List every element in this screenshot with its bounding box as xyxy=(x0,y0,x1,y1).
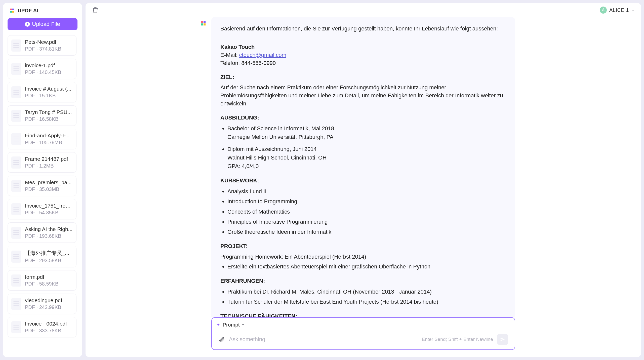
file-name: Taryn Tong # PSU... xyxy=(25,109,72,115)
file-icon xyxy=(11,39,21,52)
file-item[interactable]: Taryn Tong # PSU...PDF · 16.58KB xyxy=(8,105,76,126)
list-item: Große theoretische Ideen in der Informat… xyxy=(227,228,506,236)
tech-heading: TECHNISCHE FÄHIGKEITEN: xyxy=(220,312,506,317)
file-name: Pets-New.pdf xyxy=(25,39,61,45)
kurse-heading: KURSEWORK: xyxy=(220,177,506,185)
file-meta: PDF · 193.68KB xyxy=(25,233,72,239)
file-meta: PDF · 58.59KB xyxy=(25,281,58,287)
file-icon xyxy=(11,321,21,333)
file-icon xyxy=(11,180,21,192)
file-name: Find-and-Apply-F... xyxy=(25,133,69,139)
chevron-down-icon: ⌄ xyxy=(631,8,634,12)
attach-icon[interactable] xyxy=(218,336,225,343)
file-item[interactable]: viededingue.pdfPDF · 242.99KB xyxy=(8,294,76,314)
file-item[interactable]: Pets-New.pdfPDF · 374.81KB xyxy=(8,35,76,56)
trash-icon[interactable] xyxy=(92,7,99,13)
upload-label: Upload File xyxy=(32,21,60,27)
file-name: Invoice # August (... xyxy=(25,86,71,92)
file-name: 【海外推广专员_... xyxy=(25,250,69,257)
send-icon xyxy=(500,337,505,342)
file-item[interactable]: Find-and-Apply-F...PDF · 105.79MB xyxy=(8,129,76,149)
user-menu[interactable]: A ALICE 1 ⌄ xyxy=(600,7,634,14)
file-icon xyxy=(11,63,21,75)
file-item[interactable]: invoice-1.pdfPDF · 140.45KB xyxy=(8,59,76,79)
prompt-label: Prompt xyxy=(223,322,240,328)
file-item[interactable]: Invoice - 0024.pdfPDF · 333.78KB xyxy=(8,317,76,337)
intro-text: Basierend auf den Informationen, die Sie… xyxy=(220,25,506,33)
input-row: Enter Send; Shift + Enter Newline xyxy=(216,331,510,346)
sidebar: UPDF AI + Upload File Pets-New.pdfPDF · … xyxy=(3,3,82,357)
file-meta: PDF · 16.58KB xyxy=(25,116,72,122)
ziel-heading: ZIEL: xyxy=(220,73,506,81)
file-name: form.pdf xyxy=(25,274,58,280)
input-hint: Enter Send; Shift + Enter Newline xyxy=(422,337,493,342)
email-line: E-Mail: ctouch@gmail.com xyxy=(220,51,506,59)
experience-list: Praktikum bei Dr. Richard M. Males, Cinc… xyxy=(220,288,506,306)
file-icon xyxy=(11,251,21,263)
file-item[interactable]: 【海外推广专员_...PDF · 293.58KB xyxy=(8,246,76,267)
list-item: Tutorin für Schüler der Mittelstufe bei … xyxy=(227,298,506,306)
send-button[interactable] xyxy=(497,334,508,345)
chat-scroll[interactable]: Basierend auf den Informationen, die Sie… xyxy=(86,17,641,317)
phone-line: Telefon: 844-555-0990 xyxy=(220,59,506,67)
file-icon xyxy=(11,298,21,310)
file-meta: PDF · 242.99KB xyxy=(25,304,62,310)
chat-input[interactable] xyxy=(229,336,418,343)
file-list[interactable]: Pets-New.pdfPDF · 374.81KBinvoice-1.pdfP… xyxy=(8,34,77,354)
ziel-body: Auf der Suche nach einem Praktikum oder … xyxy=(220,84,506,108)
chevron-down-icon: ▾ xyxy=(242,323,244,327)
prompt-selector[interactable]: ✦ Prompt ▾ xyxy=(216,322,510,328)
file-name: Mes_premiers_pa... xyxy=(25,179,72,185)
list-item: Introduction to Programming xyxy=(227,197,506,206)
plus-icon: + xyxy=(25,22,30,27)
resume-name: Kakao Touch xyxy=(220,43,506,51)
file-meta: PDF · 105.79MB xyxy=(25,140,69,145)
file-item[interactable]: Mes_premiers_pa...PDF · 35.03MB xyxy=(8,176,76,196)
list-item: Diplom mit Auszeichnung, Juni 2014 Walnu… xyxy=(227,145,506,171)
main-panel: A ALICE 1 ⌄ Basierend auf den Informatio… xyxy=(86,3,641,357)
brand: UPDF AI xyxy=(8,8,77,14)
file-name: Invoice - 0024.pdf xyxy=(25,321,67,327)
file-item[interactable]: Asking AI the Righ...PDF · 193.68KB xyxy=(8,222,76,243)
coursework-list: Analysis I und IIIntroduction to Program… xyxy=(220,187,506,236)
education-list: Bachelor of Science in Informatik, Mai 2… xyxy=(220,124,506,171)
file-name: Frame 214487.pdf xyxy=(25,156,68,162)
file-item[interactable]: Invoice # August (...PDF · 15.1KB xyxy=(8,82,76,102)
sparkle-icon: ✦ xyxy=(216,322,220,328)
file-name: invoice-1.pdf xyxy=(25,62,61,68)
list-item: Concepts of Mathematics xyxy=(227,208,506,216)
list-item: Analysis I und II xyxy=(227,187,506,196)
user-name: ALICE 1 xyxy=(609,7,629,13)
file-item[interactable]: Invoice_1751_from...PDF · 54.85KB xyxy=(8,199,76,219)
ausbildung-heading: AUSBILDUNG: xyxy=(220,114,506,122)
brand-logo-icon xyxy=(9,8,15,14)
file-icon xyxy=(11,156,21,169)
file-item[interactable]: Frame 214487.pdfPDF · 1.2MB xyxy=(8,152,76,173)
assistant-avatar-icon xyxy=(200,20,207,27)
file-meta: PDF · 374.81KB xyxy=(25,46,61,52)
list-item: Bachelor of Science in Informatik, Mai 2… xyxy=(227,124,506,141)
file-icon xyxy=(11,203,21,215)
file-meta: PDF · 15.1KB xyxy=(25,93,71,99)
file-meta: PDF · 293.58KB xyxy=(25,258,69,263)
project-list: Erstellte ein textbasiertes Abenteuerspi… xyxy=(220,262,506,271)
file-meta: PDF · 333.78KB xyxy=(25,328,67,334)
file-name: Asking AI the Righ... xyxy=(25,226,72,232)
assistant-message: Basierend auf den Informationen, die Sie… xyxy=(211,17,515,317)
email-link[interactable]: ctouch@gmail.com xyxy=(239,52,286,58)
file-icon xyxy=(11,110,21,122)
projekt-sub: Programming Homework: Ein Abenteuerspiel… xyxy=(220,253,506,261)
file-icon xyxy=(11,133,21,145)
file-meta: PDF · 54.85KB xyxy=(25,210,73,216)
toolbar: A ALICE 1 ⌄ xyxy=(86,3,641,17)
file-item[interactable]: form.pdfPDF · 58.59KB xyxy=(8,270,76,291)
upload-file-button[interactable]: + Upload File xyxy=(8,18,77,30)
file-meta: PDF · 35.03MB xyxy=(25,186,72,192)
avatar: A xyxy=(600,7,607,14)
list-item: Principles of Imperative Programmierung xyxy=(227,218,506,226)
file-meta: PDF · 1.2MB xyxy=(25,163,68,169)
file-icon xyxy=(11,86,21,98)
brand-name: UPDF AI xyxy=(18,8,38,14)
list-item: Praktikum bei Dr. Richard M. Males, Cinc… xyxy=(227,288,506,296)
divider xyxy=(220,38,506,38)
